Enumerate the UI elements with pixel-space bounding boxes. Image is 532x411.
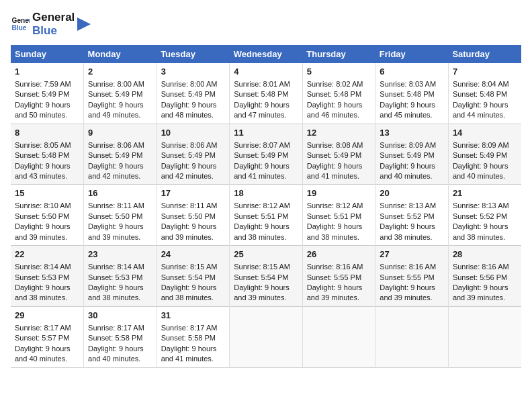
day-cell: 8Sunrise: 8:05 AMSunset: 5:48 PMDaylight… xyxy=(11,124,84,185)
day-number: 6 xyxy=(380,66,444,78)
day-info: Daylight: 9 hours xyxy=(380,161,444,171)
day-cell: 29Sunrise: 8:17 AMSunset: 5:57 PMDayligh… xyxy=(11,306,84,367)
day-number: 31 xyxy=(161,310,226,322)
day-info: Sunrise: 8:02 AM xyxy=(307,79,371,89)
day-info: and 38 minutes. xyxy=(15,293,79,303)
week-row-2: 8Sunrise: 8:05 AMSunset: 5:48 PMDaylight… xyxy=(11,124,521,185)
day-number: 19 xyxy=(307,187,371,199)
svg-marker-4 xyxy=(77,17,91,31)
day-info: Sunrise: 8:16 AM xyxy=(453,262,517,272)
day-number: 14 xyxy=(453,127,517,139)
day-info: Daylight: 9 hours xyxy=(307,222,371,232)
day-info: and 44 minutes. xyxy=(453,110,517,120)
day-info: Daylight: 9 hours xyxy=(88,161,152,171)
day-cell: 23Sunrise: 8:14 AMSunset: 5:53 PMDayligh… xyxy=(84,246,157,307)
day-info: Daylight: 9 hours xyxy=(88,283,152,293)
day-info: Daylight: 9 hours xyxy=(453,161,517,171)
col-header-friday: Friday xyxy=(375,45,449,63)
day-cell: 4Sunrise: 8:01 AMSunset: 5:48 PMDaylight… xyxy=(230,63,303,124)
day-cell: 26Sunrise: 8:16 AMSunset: 5:55 PMDayligh… xyxy=(302,246,375,307)
day-number: 9 xyxy=(88,127,152,139)
day-number: 23 xyxy=(88,248,152,261)
day-info: Daylight: 9 hours xyxy=(453,100,517,110)
day-cell: 9Sunrise: 8:06 AMSunset: 5:49 PMDaylight… xyxy=(84,124,157,185)
day-info: Sunset: 5:58 PM xyxy=(88,333,152,343)
day-info: Sunset: 5:54 PM xyxy=(234,273,298,283)
day-cell: 12Sunrise: 8:08 AMSunset: 5:49 PMDayligh… xyxy=(302,124,375,185)
day-info: Sunrise: 8:06 AM xyxy=(161,140,226,150)
day-info: Daylight: 9 hours xyxy=(380,222,444,232)
day-number: 13 xyxy=(380,127,444,139)
day-info: Sunset: 5:50 PM xyxy=(15,212,79,222)
day-cell: 6Sunrise: 8:03 AMSunset: 5:48 PMDaylight… xyxy=(375,63,449,124)
day-info: Daylight: 9 hours xyxy=(234,161,298,171)
day-cell: 16Sunrise: 8:11 AMSunset: 5:50 PMDayligh… xyxy=(84,185,157,246)
day-info: Sunrise: 8:00 AM xyxy=(161,79,226,89)
col-header-thursday: Thursday xyxy=(302,45,375,63)
day-info: Daylight: 9 hours xyxy=(15,161,79,171)
day-info: Sunset: 5:51 PM xyxy=(307,212,371,222)
day-info: and 41 minutes. xyxy=(234,171,298,181)
day-cell: 5Sunrise: 8:02 AMSunset: 5:48 PMDaylight… xyxy=(302,63,375,124)
header: General Blue General Blue xyxy=(11,11,521,38)
day-info: Sunrise: 8:09 AM xyxy=(453,140,517,150)
day-cell: 31Sunrise: 8:17 AMSunset: 5:58 PMDayligh… xyxy=(157,306,230,367)
day-info: Daylight: 9 hours xyxy=(161,344,226,354)
logo: General Blue General Blue xyxy=(11,11,91,38)
day-cell: 3Sunrise: 8:00 AMSunset: 5:49 PMDaylight… xyxy=(157,63,230,124)
day-info: Sunset: 5:50 PM xyxy=(161,212,226,222)
day-info: Sunset: 5:49 PM xyxy=(234,150,298,161)
day-info: Sunset: 5:49 PM xyxy=(453,150,517,161)
day-info: Daylight: 9 hours xyxy=(380,283,444,293)
day-cell: 14Sunrise: 8:09 AMSunset: 5:49 PMDayligh… xyxy=(448,124,521,185)
day-info: Daylight: 9 hours xyxy=(380,100,444,110)
day-info: and 40 minutes. xyxy=(453,171,517,181)
day-info: Sunset: 5:51 PM xyxy=(234,212,298,222)
day-info: Daylight: 9 hours xyxy=(15,283,79,293)
day-info: Sunrise: 8:15 AM xyxy=(234,262,298,272)
day-info: Sunset: 5:48 PM xyxy=(234,89,298,99)
day-number: 24 xyxy=(161,248,226,261)
day-info: Daylight: 9 hours xyxy=(307,283,371,293)
day-cell xyxy=(375,306,449,367)
day-info: and 39 minutes. xyxy=(453,293,517,303)
day-info: Sunrise: 8:17 AM xyxy=(161,323,226,333)
day-info: Sunrise: 8:13 AM xyxy=(380,201,444,211)
day-info: and 42 minutes. xyxy=(88,171,152,181)
day-info: Sunset: 5:54 PM xyxy=(161,273,226,283)
week-row-5: 29Sunrise: 8:17 AMSunset: 5:57 PMDayligh… xyxy=(11,306,521,367)
day-info: Sunrise: 7:59 AM xyxy=(15,79,79,89)
day-info: Daylight: 9 hours xyxy=(88,344,152,354)
day-info: Sunset: 5:49 PM xyxy=(88,89,152,99)
day-info: Sunset: 5:48 PM xyxy=(307,89,371,99)
day-info: Daylight: 9 hours xyxy=(234,100,298,110)
day-info: Sunrise: 8:13 AM xyxy=(453,201,517,211)
day-info: and 50 minutes. xyxy=(15,110,79,120)
day-info: Sunset: 5:55 PM xyxy=(307,273,371,283)
day-info: and 38 minutes. xyxy=(88,293,152,303)
day-info: and 43 minutes. xyxy=(15,171,79,181)
day-cell xyxy=(448,306,521,367)
day-info: Daylight: 9 hours xyxy=(453,283,517,293)
day-info: and 39 minutes. xyxy=(15,232,79,242)
day-number: 15 xyxy=(15,187,79,199)
day-info: Sunrise: 8:15 AM xyxy=(161,262,226,272)
day-info: Daylight: 9 hours xyxy=(161,161,226,171)
day-number: 2 xyxy=(88,66,152,78)
day-info: Sunset: 5:49 PM xyxy=(380,150,444,161)
day-number: 30 xyxy=(88,310,152,322)
day-info: and 41 minutes. xyxy=(307,171,371,181)
day-number: 3 xyxy=(161,66,226,78)
day-info: Daylight: 9 hours xyxy=(161,283,226,293)
day-cell: 10Sunrise: 8:06 AMSunset: 5:49 PMDayligh… xyxy=(157,124,230,185)
day-info: Sunset: 5:48 PM xyxy=(380,89,444,99)
day-info: and 38 minutes. xyxy=(307,232,371,242)
day-cell: 25Sunrise: 8:15 AMSunset: 5:54 PMDayligh… xyxy=(230,246,303,307)
day-info: and 38 minutes. xyxy=(234,232,298,242)
calendar-table: SundayMondayTuesdayWednesdayThursdayFrid… xyxy=(11,45,521,368)
day-info: and 39 minutes. xyxy=(307,293,371,303)
day-cell: 17Sunrise: 8:11 AMSunset: 5:50 PMDayligh… xyxy=(157,185,230,246)
day-number: 18 xyxy=(234,187,298,199)
day-info: Sunset: 5:52 PM xyxy=(380,212,444,222)
svg-text:Blue: Blue xyxy=(12,25,27,32)
